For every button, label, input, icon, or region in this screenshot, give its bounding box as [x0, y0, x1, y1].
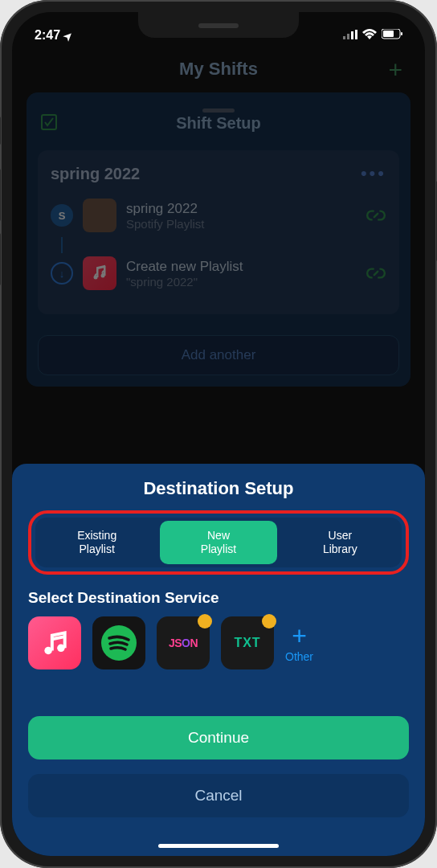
tab-label-line2: Playlist: [42, 542, 152, 556]
tab-user-library[interactable]: User Library: [282, 521, 398, 564]
service-txt[interactable]: TXT: [221, 616, 274, 669]
segment-control: Existing Playlist New Playlist User Libr…: [35, 518, 402, 567]
battery-icon: [382, 28, 402, 43]
shift-card: spring 2022 ••• S spring 2022 Spotify Pl…: [38, 150, 399, 314]
nav-header: My Shifts +: [27, 52, 410, 86]
shift-name: spring 2022: [51, 165, 140, 183]
more-icon[interactable]: •••: [361, 163, 386, 184]
service-json[interactable]: JSON: [157, 616, 210, 669]
svg-rect-1: [347, 34, 349, 39]
select-service-label: Select Destination Service: [28, 589, 409, 607]
page-title: My Shifts: [179, 59, 258, 79]
shift-setup-card: Shift Setup spring 2022 ••• S spring 202…: [27, 92, 410, 387]
notch: [138, 12, 299, 38]
txt-label: TXT: [234, 636, 260, 650]
premium-badge-icon: [198, 614, 212, 628]
save-icon[interactable]: [41, 114, 57, 134]
tab-new-playlist[interactable]: New Playlist: [160, 521, 276, 564]
phone-frame: 2:47 ➤ My Shifts +: [0, 0, 437, 868]
playlist-thumbnail: [83, 199, 116, 232]
status-left: 2:47 ➤: [35, 28, 72, 43]
svg-rect-0: [343, 36, 345, 39]
dest-secondary: "spring 2022": [126, 275, 356, 289]
screen: 2:47 ➤ My Shifts +: [12, 12, 425, 856]
tab-label-line1: Existing: [42, 529, 152, 542]
service-row: JSON TXT + Other: [28, 616, 409, 669]
unlink-icon[interactable]: [366, 263, 386, 284]
svg-rect-6: [401, 32, 402, 35]
tab-label-line2: Playlist: [163, 542, 273, 556]
add-another-button[interactable]: Add another: [38, 335, 399, 375]
destination-setup-sheet: Destination Setup Existing Playlist New …: [12, 464, 425, 856]
volume-down-button[interactable]: [0, 233, 1, 285]
music-note-icon: [39, 628, 70, 658]
volume-up-button[interactable]: [0, 169, 1, 221]
dest-text: Create new Playlist "spring 2022": [126, 259, 356, 289]
add-shift-button[interactable]: +: [388, 56, 402, 84]
json-label: JSON: [169, 637, 198, 649]
wifi-icon: [362, 28, 377, 43]
source-row[interactable]: S spring 2022 Spotify Playlist: [51, 199, 386, 232]
unlink-icon[interactable]: [366, 205, 386, 226]
tab-label-line2: Library: [285, 542, 395, 556]
spotify-icon: [100, 624, 138, 662]
apple-music-icon: [83, 256, 116, 290]
source-primary: spring 2022: [126, 201, 356, 217]
svg-rect-3: [355, 30, 357, 39]
cancel-button[interactable]: Cancel: [28, 774, 409, 817]
source-text: spring 2022 Spotify Playlist: [126, 201, 356, 231]
segment-highlight: Existing Playlist New Playlist User Libr…: [28, 510, 409, 575]
svg-rect-5: [383, 31, 394, 37]
cellular-icon: [343, 28, 357, 43]
other-label: Other: [285, 650, 313, 663]
arrow-down-icon: ↓: [51, 262, 73, 285]
location-icon: ➤: [60, 28, 75, 43]
dest-title: Destination Setup: [28, 478, 409, 499]
source-secondary: Spotify Playlist: [126, 217, 356, 231]
premium-badge-icon: [262, 614, 276, 628]
background-content: My Shifts + Shift Setup spring 2022 ••• …: [12, 12, 425, 387]
continue-button[interactable]: Continue: [28, 716, 409, 760]
mute-switch[interactable]: [0, 117, 1, 145]
service-other[interactable]: + Other: [285, 623, 313, 663]
tab-label-line1: New: [163, 529, 273, 542]
plus-icon: +: [292, 623, 307, 649]
dest-primary: Create new Playlist: [126, 259, 356, 275]
source-badge-icon: S: [51, 204, 73, 227]
tab-label-line1: User: [285, 529, 395, 542]
sheet-handle[interactable]: [202, 108, 235, 113]
svg-rect-2: [351, 31, 353, 39]
tab-existing-playlist[interactable]: Existing Playlist: [39, 521, 155, 564]
service-apple-music[interactable]: [28, 616, 81, 669]
connector-line: [61, 237, 63, 253]
status-time: 2:47: [35, 28, 60, 43]
section-title: Shift Setup: [38, 114, 399, 133]
home-indicator[interactable]: [158, 844, 279, 848]
service-spotify[interactable]: [92, 616, 145, 669]
destination-row[interactable]: ↓ Create new Playlist "spring 2022": [51, 256, 386, 290]
status-right: [343, 28, 402, 43]
